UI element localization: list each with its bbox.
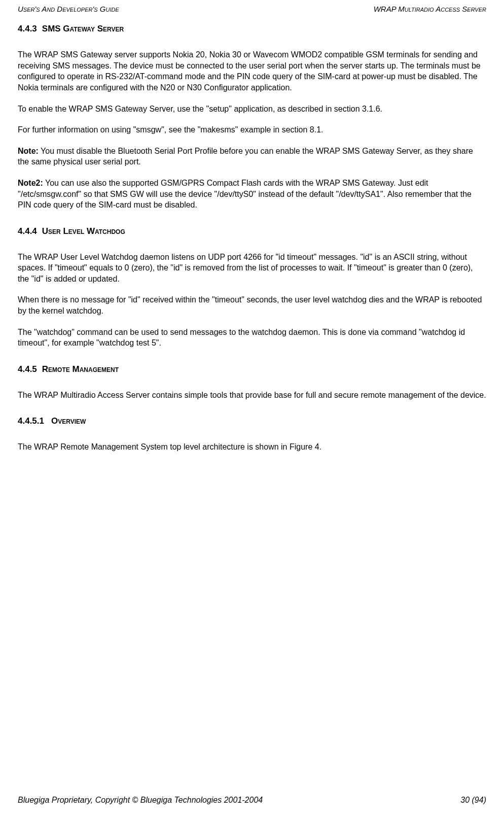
paragraph: When there is no message for "id" receiv… [18, 294, 486, 316]
note-label: Note: [18, 147, 39, 155]
footer-left: Bluegiga Proprietary, Copyright © Bluegi… [18, 795, 263, 806]
page-footer: Bluegiga Proprietary, Copyright © Bluegi… [18, 795, 486, 806]
note-paragraph: Note: You must disable the Bluetooth Ser… [18, 146, 486, 167]
header-right: WRAP Multiradio Access Server [374, 4, 486, 14]
heading-4-4-5: 4.4.5Remote Management [18, 364, 486, 375]
heading-title: User Level Watchdog [42, 226, 125, 236]
section-remote-management: 4.4.5Remote Management The WRAP Multirad… [18, 364, 486, 401]
paragraph: The WRAP Remote Management System top le… [18, 441, 486, 453]
footer-right: 30 (94) [460, 795, 486, 806]
note-paragraph: Note2: You can use also the supported GS… [18, 178, 486, 211]
paragraph: The "watchdog" command can be used to se… [18, 327, 486, 349]
heading-4-4-5-1: 4.4.5.1Overview [18, 416, 486, 427]
heading-title: Overview [51, 416, 86, 426]
heading-title: Remote Management [42, 364, 119, 374]
note-text: You can use also the supported GSM/GPRS … [18, 179, 472, 209]
heading-number: 4.4.5.1 [18, 416, 44, 426]
paragraph: The WRAP SMS Gateway server supports Nok… [18, 49, 486, 93]
paragraph: The WRAP Multiradio Access Server contai… [18, 390, 486, 401]
page-header: User's And Developer's Guide WRAP Multir… [18, 4, 486, 14]
heading-4-4-4: 4.4.4User Level Watchdog [18, 226, 486, 237]
header-left: User's And Developer's Guide [18, 4, 119, 14]
heading-number: 4.4.5 [18, 364, 37, 374]
note-text: You must disable the Bluetooth Serial Po… [18, 147, 473, 166]
heading-number: 4.4.3 [18, 24, 37, 33]
paragraph: For further information on using "smsgw"… [18, 124, 486, 135]
note-label: Note2: [18, 179, 43, 187]
heading-number: 4.4.4 [18, 226, 37, 236]
paragraph: The WRAP User Level Watchdog daemon list… [18, 252, 486, 285]
paragraph: To enable the WRAP SMS Gateway Server, u… [18, 104, 486, 115]
section-user-level-watchdog: 4.4.4User Level Watchdog The WRAP User L… [18, 226, 486, 349]
heading-4-4-3: 4.4.3SMS Gateway Server [18, 23, 486, 35]
heading-title: SMS Gateway Server [42, 24, 124, 33]
section-sms-gateway: 4.4.3SMS Gateway Server The WRAP SMS Gat… [18, 23, 486, 210]
section-overview: 4.4.5.1Overview The WRAP Remote Manageme… [18, 416, 486, 453]
